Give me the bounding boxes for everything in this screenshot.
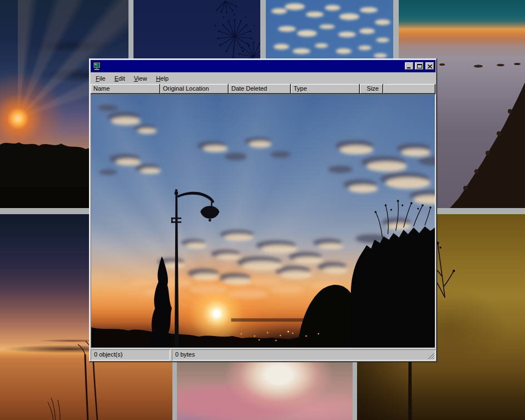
file-list-viewport[interactable] — [91, 94, 435, 348]
minimize-icon — [407, 65, 412, 68]
menu-help[interactable]: Help — [151, 74, 173, 83]
menu-bar: File Edit View Help — [91, 72, 435, 84]
cypress-silhouette — [150, 256, 172, 348]
computer-monitor-icon — [92, 62, 101, 71]
column-header-size[interactable]: Size — [360, 84, 383, 94]
column-header-type[interactable]: Type — [291, 84, 360, 94]
title-bar[interactable] — [91, 60, 435, 72]
column-header-date-deleted[interactable]: Date Deleted — [229, 84, 291, 94]
column-header-original-location[interactable]: Original Location — [160, 84, 229, 94]
status-size: 0 bytes — [172, 349, 435, 360]
recycle-bin-window: File Edit View Help Name Original Locati… — [89, 58, 437, 362]
list-column-headers: Name Original Location Date Deleted Type… — [91, 84, 435, 94]
close-icon — [428, 65, 432, 68]
column-header-spacer — [383, 84, 435, 94]
status-object-count: 0 object(s) — [91, 349, 170, 360]
far-city-silhouette — [231, 318, 304, 322]
close-button[interactable] — [425, 62, 434, 70]
street-lamp-silhouette — [171, 189, 220, 348]
menu-view[interactable]: View — [130, 74, 152, 83]
status-size-text: 0 bytes — [175, 351, 195, 358]
resize-grip[interactable] — [428, 353, 435, 360]
maximize-button[interactable] — [415, 62, 424, 70]
menu-edit[interactable]: Edit — [110, 74, 130, 83]
status-bar: 0 object(s) 0 bytes — [91, 349, 435, 360]
menu-file[interactable]: File — [91, 74, 110, 83]
silhouette-layer — [91, 95, 435, 348]
tree-mass-silhouette — [349, 226, 435, 348]
maximize-icon — [417, 64, 422, 68]
minimize-button[interactable] — [405, 62, 414, 70]
column-header-name[interactable]: Name — [91, 84, 160, 94]
